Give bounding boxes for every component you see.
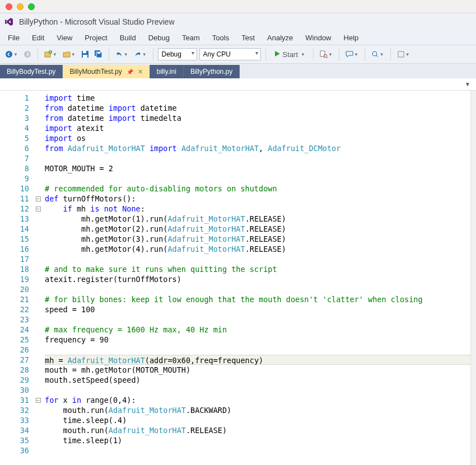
- title-bar: BillyPython - Microsoft Visual Studio Pr…: [0, 13, 476, 30]
- comment-button[interactable]: ▼: [344, 48, 360, 61]
- code-line[interactable]: if mh is not None:: [45, 204, 470, 214]
- menu-window[interactable]: Window: [300, 32, 337, 44]
- code-line[interactable]: mh.getMotor(1).run(Adafruit_MotorHAT.REL…: [45, 214, 470, 224]
- line-number: 33: [2, 415, 29, 425]
- code-line[interactable]: [45, 153, 470, 163]
- new-project-button[interactable]: ▼: [43, 48, 59, 61]
- mac-minimize-button[interactable]: [17, 3, 24, 10]
- line-number: 31: [2, 395, 29, 405]
- code-line[interactable]: # and to make sure it runs when quitting…: [45, 264, 470, 274]
- menu-view[interactable]: View: [51, 32, 78, 44]
- nav-dropdown[interactable]: ▼: [463, 81, 473, 87]
- line-number: 16: [2, 244, 29, 254]
- code-line[interactable]: def turnOffMotors():: [45, 194, 470, 204]
- code-line[interactable]: import os: [45, 133, 470, 143]
- start-debug-button[interactable]: Start ▼: [270, 48, 309, 61]
- menu-team[interactable]: Team: [176, 32, 206, 44]
- menu-edit[interactable]: Edit: [26, 32, 50, 44]
- save-button[interactable]: [80, 48, 91, 61]
- menu-file[interactable]: File: [2, 32, 25, 44]
- code-line[interactable]: [45, 345, 470, 355]
- code-line[interactable]: [45, 284, 470, 294]
- code-line[interactable]: import time: [45, 93, 470, 103]
- redo-button[interactable]: ▼: [132, 48, 148, 61]
- code-line[interactable]: time.sleep(1): [45, 435, 470, 445]
- code-line[interactable]: from datetime import datetime: [45, 103, 470, 113]
- code-line[interactable]: # max frequency = 1600 Hz max, 40 Hz min: [45, 325, 470, 335]
- fold-column[interactable]: −−−: [34, 91, 43, 465]
- line-number: 14: [2, 224, 29, 234]
- line-number: 7: [2, 153, 29, 163]
- code-line[interactable]: atexit.register(turnOffMotors): [45, 274, 470, 284]
- find-in-files-button[interactable]: ▼: [318, 48, 334, 61]
- close-icon[interactable]: ✕: [138, 68, 143, 76]
- vertical-scrollbar[interactable]: [470, 91, 476, 465]
- menu-tools[interactable]: Tools: [207, 32, 235, 44]
- code-line[interactable]: mouth.run(Adafruit_MotorHAT.RELEASE): [45, 425, 470, 435]
- code-line[interactable]: for x in range(0,4):: [45, 395, 470, 405]
- menu-help[interactable]: Help: [338, 32, 365, 44]
- menu-debug[interactable]: Debug: [143, 32, 175, 44]
- code-line[interactable]: [45, 385, 470, 395]
- code-line[interactable]: [45, 445, 470, 455]
- svg-rect-6: [83, 55, 87, 58]
- code-line[interactable]: # for billy bones: keep it low enough th…: [45, 294, 470, 304]
- menu-analyze[interactable]: Analyze: [262, 32, 298, 44]
- fold-toggle[interactable]: −: [36, 206, 41, 212]
- line-number: 34: [2, 425, 29, 435]
- mac-close-button[interactable]: [6, 3, 12, 10]
- fold-toggle[interactable]: −: [36, 196, 41, 201]
- zoom-button[interactable]: ▼: [370, 48, 386, 61]
- code-line[interactable]: speed = 100: [45, 304, 470, 314]
- tab-billypython-py[interactable]: BillyPython.py: [184, 65, 240, 78]
- line-number: 10: [2, 184, 29, 194]
- line-number: 12: [2, 204, 29, 214]
- code-area[interactable]: import timefrom datetime import datetime…: [43, 91, 470, 465]
- tab-label: BillyPython.py: [190, 68, 232, 76]
- menu-build[interactable]: Build: [114, 32, 142, 44]
- extra-tool-button[interactable]: ▼: [395, 48, 412, 61]
- menu-test[interactable]: Test: [236, 32, 260, 44]
- code-line[interactable]: MOTOR_MOUTH = 2: [45, 163, 470, 173]
- line-number: 32: [2, 405, 29, 415]
- tab-billy-ini[interactable]: billy.ini: [150, 65, 184, 78]
- code-line[interactable]: mouth.setSpeed(speed): [45, 375, 470, 385]
- code-line[interactable]: from Adafruit_MotorHAT import Adafruit_M…: [45, 143, 470, 153]
- line-number: 21: [2, 294, 29, 304]
- menu-project[interactable]: Project: [79, 32, 113, 44]
- nav-back-button[interactable]: ▼: [3, 48, 20, 61]
- code-line[interactable]: # recommended for auto-disabling motors …: [45, 184, 470, 194]
- svg-rect-13: [398, 51, 404, 57]
- solution-config-select[interactable]: Debug: [158, 48, 197, 60]
- pin-icon[interactable]: 📌: [127, 69, 133, 75]
- code-line[interactable]: [45, 254, 470, 264]
- code-line[interactable]: [45, 173, 470, 184]
- fold-toggle[interactable]: −: [36, 398, 41, 403]
- code-line[interactable]: mh.getMotor(4).run(Adafruit_MotorHAT.REL…: [45, 244, 470, 254]
- code-line[interactable]: mouth = mh.getMotor(MOTOR_MOUTH): [45, 365, 470, 375]
- code-line[interactable]: mh.getMotor(2).run(Adafruit_MotorHAT.REL…: [45, 224, 470, 234]
- line-number: 20: [2, 284, 29, 294]
- mac-maximize-button[interactable]: [28, 3, 35, 10]
- code-line[interactable]: mh.getMotor(3).run(Adafruit_MotorHAT.REL…: [45, 234, 470, 244]
- code-line[interactable]: import atexit: [45, 123, 470, 133]
- code-line[interactable]: mh = Adafruit_MotorHAT(addr=0x60,freq=fr…: [45, 355, 470, 365]
- code-line[interactable]: mouth.run(Adafruit_MotorHAT.BACKWARD): [45, 405, 470, 415]
- line-number: 13: [2, 214, 29, 224]
- undo-button[interactable]: ▼: [114, 48, 130, 61]
- nav-forward-button[interactable]: [22, 48, 33, 61]
- code-line[interactable]: frequency = 90: [45, 335, 470, 345]
- code-editor[interactable]: 1234567891011121314151617181920212223242…: [0, 91, 476, 465]
- code-line[interactable]: [45, 314, 470, 325]
- tab-billymouthtest-py[interactable]: BillyMouthTest.py📌✕: [63, 65, 150, 78]
- solution-platform-select[interactable]: Any CPU: [199, 48, 261, 60]
- code-line[interactable]: from datetime import timedelta: [45, 113, 470, 123]
- tab-label: BillyBodyTest.py: [7, 68, 55, 76]
- save-all-button[interactable]: [93, 48, 104, 61]
- tab-billybodytest-py[interactable]: BillyBodyTest.py: [0, 65, 63, 78]
- open-file-button[interactable]: ▼: [61, 48, 77, 61]
- code-line[interactable]: time.sleep(.4): [45, 415, 470, 425]
- document-tabs: BillyBodyTest.pyBillyMouthTest.py📌✕billy…: [0, 64, 476, 78]
- line-number: 1: [2, 93, 29, 103]
- line-number: 2: [2, 103, 29, 113]
